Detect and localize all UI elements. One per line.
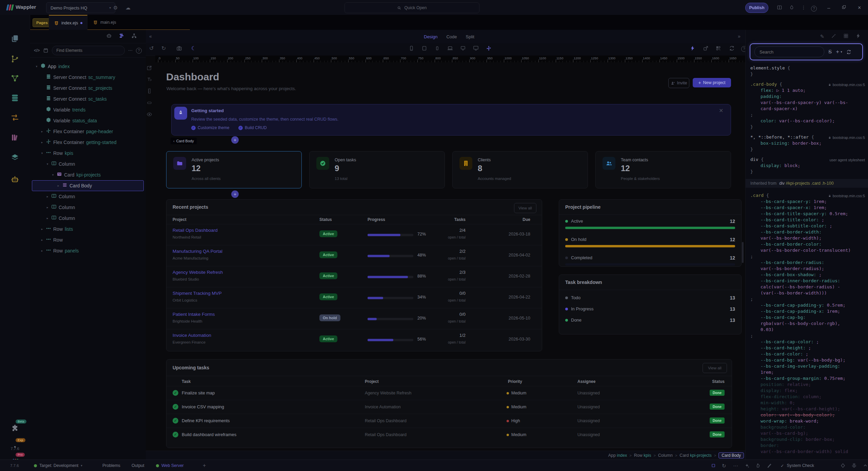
refresh-icon[interactable]	[846, 49, 851, 55]
invite-button[interactable]: Invite	[668, 78, 689, 88]
find-elements-input[interactable]	[52, 46, 125, 55]
table-row[interactable]: ✓Finalize site mapAgency Website Refresh…	[166, 386, 732, 400]
tree-expander[interactable]: ▾	[40, 151, 44, 155]
view-all-button[interactable]: View all	[703, 363, 727, 373]
project-link[interactable]: Shipment Tracking MVP	[173, 291, 222, 296]
tree-item-server-connect-sc-summary[interactable]: Server Connectsc_summary	[32, 72, 144, 83]
kpi-card-clients[interactable]: Clients8Accounts managed	[452, 151, 588, 188]
new-project-button[interactable]: + New project	[693, 78, 731, 87]
target-selector[interactable]: Target: Development ▾	[34, 460, 82, 471]
rail-database-icon[interactable]	[0, 90, 30, 105]
ink-diamond-icon[interactable]	[840, 463, 846, 470]
tree-item-flex-container-getting-started[interactable]: ▸Flex Containergetting-started	[32, 137, 144, 148]
tree-item-column[interactable]: ▾Column	[32, 159, 144, 169]
device-tablet-icon[interactable]	[421, 45, 427, 53]
rail-pages-icon[interactable]	[0, 31, 30, 46]
redo-icon[interactable]: ↻	[161, 45, 166, 52]
tree-item-row-kpis[interactable]: ▾Rowkpis	[32, 148, 144, 159]
css-rule[interactable]: div {user agent stylesheetdisplay: block…	[750, 157, 868, 175]
device-phone-icon[interactable]	[409, 45, 414, 53]
breadcrumb-segment[interactable]: App index	[608, 453, 627, 458]
tree-item-column[interactable]: ▸Column	[32, 202, 144, 213]
undo-icon[interactable]: ↺	[149, 45, 154, 52]
web-server-button[interactable]: Web Server	[156, 460, 184, 471]
package-icon[interactable]	[43, 48, 48, 53]
tree-item-server-connect-sc-projects[interactable]: Server Connectsc_projects	[32, 83, 144, 94]
edit-icon[interactable]: ✎	[820, 34, 824, 40]
sparkles-icon[interactable]	[744, 463, 750, 470]
help-icon[interactable]: ?	[136, 47, 142, 54]
mode-split[interactable]: Split	[466, 34, 474, 39]
tree-item-row[interactable]: ▸Row	[32, 234, 144, 245]
pencil-square-icon[interactable]	[146, 65, 152, 72]
grid-icon[interactable]	[843, 33, 849, 40]
tree-expander[interactable]: ▸	[40, 227, 44, 231]
restore-icon[interactable]	[842, 5, 846, 9]
tree-item-variable-status-data[interactable]: Variablestatus_data	[32, 115, 144, 126]
table-row[interactable]: Manufacturing QA PortalAcme Manufacturin…	[166, 245, 542, 266]
tree-tab-sitemap-icon[interactable]	[131, 33, 137, 40]
split-columns-icon[interactable]	[777, 5, 782, 10]
thumbs-up-icon[interactable]	[755, 463, 761, 470]
rail-routes-icon[interactable]	[0, 110, 30, 125]
help-icon[interactable]: ?	[811, 5, 817, 12]
moon-icon[interactable]: ☾	[191, 45, 196, 52]
minimize-icon[interactable]: –	[827, 5, 830, 11]
close-icon[interactable]: ✕	[719, 107, 723, 114]
tree-expander[interactable]: ▾	[45, 162, 50, 166]
theme-droplet-icon[interactable]	[789, 5, 794, 10]
css-rule[interactable]: .card-body {bootstrap.min.css:5flex: ▷ 1…	[750, 81, 868, 130]
share-icon[interactable]	[703, 45, 709, 53]
tree-expander[interactable]: ▾	[51, 173, 55, 177]
publish-button[interactable]: Publish	[745, 3, 768, 13]
wand-icon[interactable]	[831, 33, 836, 40]
kpi-card-team-contacts[interactable]: Team contacts12People & stakeholders	[595, 151, 731, 188]
add-rule-icon[interactable]: +	[836, 48, 839, 55]
tree-expander[interactable]: ▸	[40, 238, 44, 242]
tree-item-variable-trends[interactable]: Variabletrends	[32, 104, 144, 115]
close-icon[interactable]: ×	[858, 5, 861, 11]
css-source-note[interactable]: bootstrap.min.css:5	[828, 135, 865, 141]
pill-icon[interactable]	[146, 100, 152, 107]
tree-expander[interactable]: ▸	[40, 249, 44, 252]
tree-tab-robot-icon[interactable]	[106, 33, 112, 40]
device-laptop-icon[interactable]	[447, 45, 453, 53]
project-link[interactable]: Retail Ops Dashboard	[173, 228, 218, 233]
tree-item-column[interactable]: ▸Column	[32, 213, 144, 224]
table-row[interactable]: ✓Build dashboard wireframesRetail Ops Da…	[166, 428, 732, 442]
mode-design[interactable]: Design	[424, 34, 437, 39]
table-row[interactable]: Invoice AutomationEvergreen FinanceActiv…	[166, 329, 542, 350]
bolt-icon[interactable]	[690, 45, 695, 53]
rail-library-icon[interactable]	[0, 130, 30, 145]
strike-style-icon[interactable]: S	[828, 49, 832, 55]
tree-expander[interactable]: ▸	[45, 206, 50, 209]
problems-button[interactable]: Problems	[102, 460, 120, 471]
tree-expander[interactable]: ▾	[34, 65, 39, 68]
cloud-sync-icon[interactable]: ☁	[125, 5, 131, 11]
css-source-note[interactable]: user agent stylesheet	[829, 157, 865, 163]
view-all-button[interactable]: View all	[514, 203, 536, 213]
project-link[interactable]: Agency Website Refresh	[173, 270, 223, 275]
breadcrumb-segment[interactable]: Card kpi-projects	[679, 453, 712, 458]
table-row[interactable]: Agency Website RefreshBluebird StudioAct…	[166, 266, 542, 287]
collapse-right-icon[interactable]: »	[738, 34, 741, 39]
css-source-note[interactable]: bootstrap.min.css:5	[828, 193, 865, 199]
css-source-note[interactable]: bootstrap.min.css:5	[828, 82, 865, 88]
kpi-card-active-projects[interactable]: Active projects12Across all clients	[166, 151, 302, 188]
chevron-up-icon[interactable]	[863, 463, 868, 470]
qr-code-icon[interactable]	[715, 45, 721, 53]
tree-item-app-index[interactable]: ▾Appindex	[32, 61, 144, 72]
more-dots-icon[interactable]: ⋯	[733, 463, 738, 469]
tree-expander[interactable]: ▸	[40, 141, 44, 144]
text-tool-icon[interactable]	[146, 77, 152, 84]
tree-item-row-panels[interactable]: ▸Rowpanels	[32, 245, 144, 256]
table-row[interactable]: ✓Define KPI requirementsRetail Ops Dashb…	[166, 414, 732, 428]
project-link[interactable]: Patient Intake Forms	[173, 312, 215, 317]
tab-main-ejs[interactable]: main.ejs	[88, 15, 121, 30]
dropdown-caret-icon[interactable]: ▾	[841, 50, 842, 54]
tree-item-server-connect-sc-tasks[interactable]: Server Connectsc_tasks	[32, 94, 144, 104]
project-selector[interactable]: Demo Projects HQ ▾	[46, 2, 115, 13]
more-vertical-icon[interactable]: ⋮	[801, 5, 806, 10]
ruler-icon[interactable]	[146, 88, 152, 95]
kpi-card-open-tasks[interactable]: Open tasks913 total	[309, 151, 445, 188]
